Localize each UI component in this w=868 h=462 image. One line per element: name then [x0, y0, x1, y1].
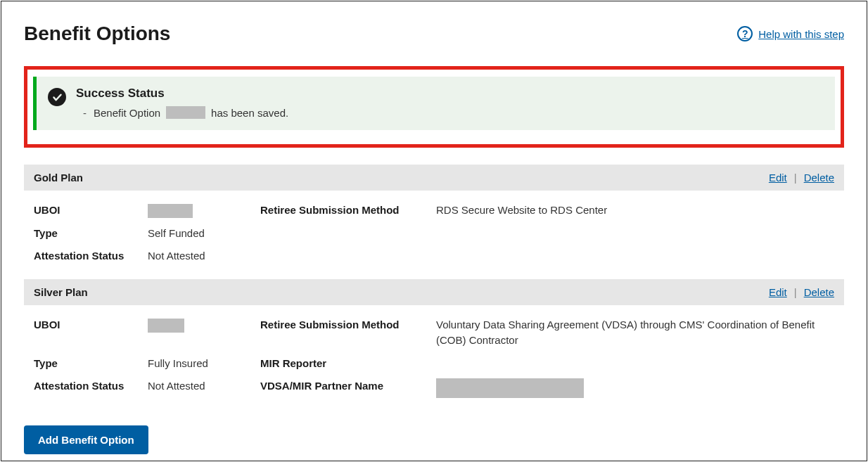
type-label: Type: [34, 356, 148, 372]
alert-body: Success Status Benefit Option has been s…: [76, 86, 824, 119]
retiree-value: RDS Secure Website to RDS Center: [436, 203, 834, 219]
uboi-value: [148, 203, 260, 219]
uboi-label: UBOI: [34, 203, 148, 219]
plan-header: Silver Plan Edit | Delete: [24, 279, 844, 305]
check-circle-icon: [48, 88, 66, 106]
plan-row: Type Fully Insured MIR Reporter: [27, 352, 841, 376]
redacted-value: [148, 204, 193, 218]
plan-header: Gold Plan Edit | Delete: [24, 165, 844, 191]
plan-row: Attestation Status Not Attested: [27, 245, 841, 268]
attest-value: Not Attested: [148, 378, 260, 398]
plan-row: Attestation Status Not Attested VDSA/MIR…: [27, 375, 841, 402]
type-label: Type: [34, 226, 148, 242]
plan-gold: Gold Plan Edit | Delete UBOI Retiree Sub…: [24, 165, 844, 279]
question-circle-icon: ?: [737, 26, 753, 41]
plan-body: UBOI Retiree Submission Method Voluntary…: [24, 305, 844, 413]
success-alert: Success Status Benefit Option has been s…: [33, 77, 835, 130]
plan-row: Type Self Funded: [27, 222, 841, 245]
alert-msg-prefix: Benefit Option: [94, 107, 160, 119]
alert-title: Success Status: [76, 86, 824, 101]
action-divider: |: [794, 172, 797, 184]
uboi-label: UBOI: [34, 317, 148, 349]
retiree-value: Voluntary Data Sharing Agreement (VDSA) …: [436, 317, 834, 349]
mir-label: MIR Reporter: [260, 356, 436, 372]
uboi-value: [148, 317, 260, 349]
edit-link[interactable]: Edit: [769, 286, 787, 298]
help-link-label: Help with this step: [758, 28, 844, 40]
edit-link[interactable]: Edit: [769, 172, 787, 184]
alert-msg-suffix: has been saved.: [211, 107, 288, 119]
attest-label: Attestation Status: [34, 248, 148, 264]
redacted-value: [166, 106, 205, 119]
page-title: Benefit Options: [24, 23, 170, 45]
plan-silver: Silver Plan Edit | Delete UBOI Retiree S…: [24, 279, 844, 413]
plan-body: UBOI Retiree Submission Method RDS Secur…: [24, 191, 844, 279]
mir-value: [436, 356, 834, 372]
plan-row: UBOI Retiree Submission Method Voluntary…: [27, 314, 841, 352]
redacted-value: [436, 378, 584, 398]
action-divider: |: [794, 286, 797, 298]
vdsa-label: VDSA/MIR Partner Name: [260, 378, 436, 398]
highlight-annotation: Success Status Benefit Option has been s…: [24, 66, 844, 148]
plan-name: Silver Plan: [34, 286, 88, 298]
add-benefit-option-button[interactable]: Add Benefit Option: [24, 425, 148, 454]
page-header: Benefit Options ? Help with this step: [24, 23, 844, 45]
help-link[interactable]: ? Help with this step: [737, 26, 844, 41]
type-value: Self Funded: [148, 226, 260, 242]
attest-label: Attestation Status: [34, 378, 148, 398]
plan-actions: Edit | Delete: [769, 172, 834, 184]
vdsa-value: [436, 378, 834, 398]
attest-value: Not Attested: [148, 248, 260, 264]
plan-actions: Edit | Delete: [769, 286, 834, 298]
page-frame: Benefit Options ? Help with this step Su…: [1, 1, 867, 461]
delete-link[interactable]: Delete: [804, 172, 834, 184]
plan-name: Gold Plan: [34, 172, 83, 184]
delete-link[interactable]: Delete: [804, 286, 834, 298]
retiree-label: Retiree Submission Method: [260, 317, 436, 349]
alert-message: Benefit Option has been saved.: [76, 106, 824, 119]
type-value: Fully Insured: [148, 356, 260, 372]
redacted-value: [148, 319, 184, 333]
plan-row: UBOI Retiree Submission Method RDS Secur…: [27, 199, 841, 222]
retiree-label: Retiree Submission Method: [260, 203, 436, 219]
